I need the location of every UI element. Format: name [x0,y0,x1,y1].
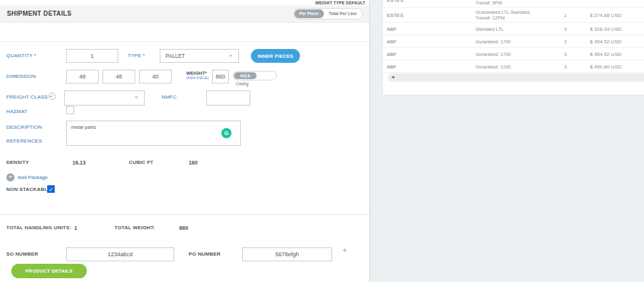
freight-class-label: FREIGHT CLASS * [6,94,52,100]
transit-days: 1 [559,12,572,18]
add-package-link[interactable]: + Add Package [6,173,48,182]
weight-type-default-strip: WEIGHT TYPE DEFAULT [0,0,369,6]
rate-price: $ 454.52 USD [590,51,621,57]
freight-class-select[interactable]: ⌄ [64,90,145,106]
carrier-name: ESTES [387,12,403,18]
service-description: Standard LTL [475,26,504,31]
rate-price: $ 490.80 USD [590,63,621,69]
service-description: Guranteed: 1700 [475,38,511,44]
unit-alt-label: Cm/Kg [236,82,248,86]
total-handling-units-value: 1 [74,225,77,231]
totals-divider [0,214,369,215]
type-label: TYPE * [128,53,145,58]
toggle-total-per-line[interactable]: Total Per Line [324,9,362,18]
dimension-label: DIMENSION [6,73,36,79]
weight-label: WEIGHT* [186,70,207,76]
nmfc-label: NMFC [162,94,177,100]
po-number-input[interactable] [242,247,332,261]
type-select[interactable]: PALLET ⌄ [160,49,239,63]
carrier-name: ABF [387,26,397,31]
add-reference-icon[interactable]: + [343,247,347,254]
toggle-per-piece[interactable]: Per Piece [294,9,324,18]
rate-row[interactable]: ESTES Transit: 5PM [383,0,644,8]
density-value: 16.13 [72,160,86,166]
chevron-down-icon: ⌄ [134,92,139,99]
chevron-down-icon: ⌄ [228,51,233,58]
non-stackable-checkbox[interactable]: ✓ [47,185,55,193]
scroll-left-icon[interactable]: ◄ [391,75,395,79]
references-label: REFERENCES [6,138,42,144]
carrier-name: ABF [387,51,397,57]
rate-row[interactable]: ABF Guranteed: 1700 3 $ 454.52 USD [383,48,644,60]
add-package-label: Add Package [18,175,48,180]
rate-price: $ 274.88 USD [590,12,621,18]
carrier-name: ABF [387,38,397,44]
unit-toggle-knob[interactable]: In/Lb [234,72,257,79]
cubic-ft-value: 160 [189,160,197,166]
transit-days: 3 [559,26,572,31]
rate-row[interactable]: ABF Guranteed: 1200 3 $ 490.80 USD [383,60,644,73]
service-description: Guranteed: 1200 [475,63,511,69]
plus-circle-icon: + [6,173,14,182]
hazmat-checkbox[interactable] [66,106,74,114]
transit-days: 3 [559,63,572,69]
type-select-value: PALLET [165,53,185,59]
so-number-label: SO NUMBER [6,251,38,257]
rates-table: ESTES Transit: 5PM ESTES Guaranteed LTL … [382,0,644,95]
total-weight-value: 860 [179,225,188,231]
transit-days: 2 [559,38,572,44]
dimension-height-input[interactable] [139,70,172,84]
panel-header: SHIPMENT DETAILS Per Piece Total Per Lin… [0,6,369,23]
weight-sublabel: (PER PIECE) [186,76,209,80]
rate-row[interactable]: ABF Standard LTL 3 $ 328.34 USD [383,23,644,35]
service-description: Guranteed: 1700 [475,51,511,57]
po-number-label: PO NUMBER [189,251,221,257]
horizontal-scrollbar[interactable]: ◄ [388,73,644,82]
dimension-length-input[interactable] [66,70,99,84]
rate-row[interactable]: ESTES Guaranteed LTL StandardTransit: 12… [383,8,644,23]
description-textarea[interactable] [66,121,241,146]
header-divider [0,41,369,42]
cubic-ft-label: CUBIC FT [129,160,153,165]
non-stackable-label: NON STACKABLE [6,187,51,192]
carrier-name: ABF [387,63,397,69]
product-details-button[interactable]: PRODUCT DETAILS [11,264,87,278]
nmfc-input[interactable] [206,90,250,106]
quantity-input[interactable] [66,49,118,63]
service-description: Guaranteed LTL StandardTransit: 12PM [475,9,530,21]
weight-input[interactable] [212,70,229,84]
grammarly-icon[interactable]: G [221,128,231,138]
dimension-width-input[interactable] [103,70,135,84]
transit-days: 3 [559,51,572,57]
carrier-name: ESTES [387,0,403,3]
rate-price: $ 328.34 USD [590,26,621,31]
info-icon[interactable]: i [48,92,56,100]
quantity-label: QUANTITY * [6,53,36,58]
total-handling-units-label: TOTAL HANDLING UNITS: [6,225,71,230]
inner-pieces-button[interactable]: INNER PIECES [251,49,300,63]
weight-type-default-label: WEIGHT TYPE DEFAULT [315,1,365,5]
unit-toggle[interactable]: In/Lb [233,71,277,80]
so-number-input[interactable] [66,247,174,261]
service-description: Transit: 5PM [475,0,502,6]
rate-row[interactable]: ABF Guranteed: 1700 2 $ 454.52 USD [383,35,644,48]
panel-title: SHIPMENT DETAILS [7,10,72,17]
shipment-details-panel: WEIGHT TYPE DEFAULT SHIPMENT DETAILS Per… [0,0,370,282]
density-label: DENSITY [6,160,29,165]
rate-price: $ 454.52 USD [590,38,621,44]
total-weight-label: TOTAL WEIGHT: [114,225,155,230]
description-label: DESCRIPTION [6,124,42,130]
weight-type-toggle[interactable]: Per Piece Total Per Line [293,8,363,19]
hazmat-label: HAZMAT [6,109,28,114]
